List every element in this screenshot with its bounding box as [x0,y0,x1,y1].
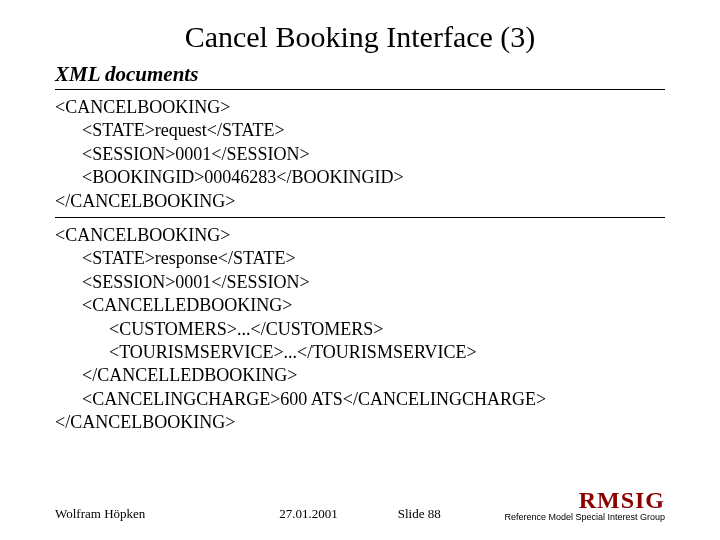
slide-title: Cancel Booking Interface (3) [55,20,665,54]
footer-slide-number: Slide 88 [398,506,441,522]
footer-date: 27.01.2001 [279,506,338,522]
slide-subtitle: XML documents [55,62,665,87]
divider-2 [55,217,665,218]
xml-response-block: <CANCELBOOKING> <STATE>response</STATE> … [55,224,665,435]
slide: Cancel Booking Interface (3) XML documen… [0,0,720,540]
xml-request-block: <CANCELBOOKING> <STATE>request</STATE> <… [55,96,665,213]
footer-logo: RMSIG [462,488,665,512]
divider-1 [55,89,665,90]
slide-footer: Wolfram Höpken 27.01.2001 Slide 88 RMSIG… [55,488,665,522]
footer-author: Wolfram Höpken [55,506,258,522]
footer-logo-subtitle: Reference Model Special Interest Group [462,512,665,522]
